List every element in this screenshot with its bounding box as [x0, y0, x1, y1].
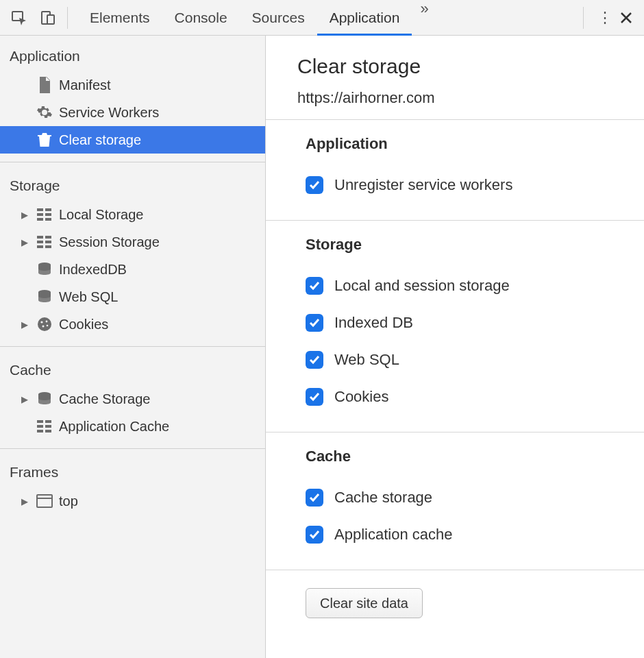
svg-rect-27 [37, 430, 43, 432]
tab-elements[interactable]: Elements [77, 0, 162, 35]
sidebar-item-label: Local Storage [59, 207, 143, 223]
sidebar-item-label: Cache Storage [59, 391, 150, 407]
svg-point-20 [42, 326, 45, 328]
expand-icon[interactable]: ▸ [19, 316, 30, 332]
grid-icon [36, 206, 53, 223]
gear-icon [36, 103, 53, 121]
check-label: Local and session storage [334, 277, 510, 295]
sidebar-item-label: Service Workers [59, 105, 159, 121]
svg-point-19 [46, 321, 48, 323]
svg-point-17 [38, 317, 51, 331]
check-web-sql[interactable]: Web SQL [266, 341, 644, 378]
clear-storage-panel: Clear storage https://airhorner.com Appl… [266, 36, 644, 658]
checkbox-checked-icon[interactable] [306, 176, 323, 194]
sidebar-item-service-workers[interactable]: ▸ Service Workers [0, 99, 265, 126]
toolbar-right: ⋮ [576, 0, 644, 35]
sidebar-group-title: Storage [0, 162, 265, 201]
svg-rect-7 [37, 218, 43, 221]
checkbox-checked-icon[interactable] [306, 489, 323, 507]
sidebar-item-application-cache[interactable]: ▸ Application Cache [0, 413, 265, 440]
section-cache: Cache Cache storage Application cache [266, 432, 644, 570]
check-label: Indexed DB [334, 314, 413, 332]
inspect-element-icon[interactable] [10, 8, 29, 27]
sidebar-group-title: Frames [0, 449, 265, 487]
sidebar-item-label: Manifest [59, 77, 111, 93]
sidebar-item-clear-storage[interactable]: ▸ Clear storage [0, 126, 265, 154]
check-unregister-service-workers[interactable]: Unregister service workers [266, 167, 644, 204]
grid-icon [36, 417, 53, 435]
database-icon [36, 288, 53, 306]
checkbox-checked-icon[interactable] [306, 314, 323, 332]
checkbox-checked-icon[interactable] [306, 526, 323, 544]
checkbox-checked-icon[interactable] [306, 277, 323, 295]
svg-rect-6 [45, 213, 51, 216]
sidebar-item-websql[interactable]: ▸ Web SQL [0, 283, 265, 310]
svg-rect-2 [47, 15, 54, 24]
sidebar-item-local-storage[interactable]: ▸ Local Storage [0, 201, 265, 228]
sidebar-item-label: IndexedDB [59, 262, 127, 278]
section-title: Storage [266, 236, 644, 267]
close-devtools-icon[interactable] [619, 11, 633, 25]
tabs-overflow-icon[interactable]: » [412, 0, 436, 35]
expand-icon[interactable]: ▸ [19, 493, 30, 509]
check-label: Cache storage [334, 489, 432, 507]
svg-rect-10 [45, 236, 51, 239]
sidebar-item-cache-storage[interactable]: ▸ Cache Storage [0, 385, 265, 413]
panel-header: Clear storage https://airhorner.com [266, 36, 644, 120]
svg-rect-29 [37, 495, 52, 507]
toolbar-separator [583, 7, 584, 29]
svg-rect-3 [37, 208, 43, 211]
sidebar-item-frame-top[interactable]: ▸ top [0, 487, 265, 515]
check-label: Web SQL [334, 351, 399, 369]
section-storage: Storage Local and session storage Indexe… [266, 221, 644, 432]
expand-icon[interactable]: ▸ [19, 234, 30, 250]
devtools-tabs: Elements Console Sources Application » [77, 0, 437, 35]
tab-console[interactable]: Console [162, 0, 240, 35]
trash-icon [36, 131, 53, 149]
svg-rect-25 [37, 425, 43, 428]
svg-rect-5 [37, 213, 43, 216]
sidebar-item-session-storage[interactable]: ▸ Session Storage [0, 228, 265, 256]
toolbar-separator [67, 7, 68, 29]
svg-rect-26 [45, 425, 51, 428]
application-sidebar: Application ▸ Manifest ▸ Service Workers… [0, 36, 266, 658]
svg-rect-9 [37, 236, 43, 239]
sidebar-item-label: Web SQL [59, 289, 118, 305]
sidebar-item-cookies[interactable]: ▸ Cookies [0, 310, 265, 338]
svg-point-21 [47, 325, 49, 327]
check-indexed-db[interactable]: Indexed DB [266, 304, 644, 341]
expand-icon[interactable]: ▸ [19, 391, 30, 407]
expand-icon[interactable]: ▸ [19, 206, 30, 223]
sidebar-item-manifest[interactable]: ▸ Manifest [0, 71, 265, 99]
check-cache-storage[interactable]: Cache storage [266, 479, 644, 516]
tab-sources[interactable]: Sources [240, 0, 317, 35]
section-application: Application Unregister service workers [266, 120, 644, 221]
svg-rect-4 [45, 208, 51, 211]
clear-site-data-button[interactable]: Clear site data [306, 588, 423, 618]
frame-icon [36, 492, 53, 510]
check-application-cache[interactable]: Application cache [266, 516, 644, 553]
checkbox-checked-icon[interactable] [306, 351, 323, 369]
section-title: Application [266, 135, 644, 167]
svg-rect-12 [45, 241, 51, 243]
check-label: Application cache [334, 526, 452, 544]
svg-rect-11 [37, 241, 43, 243]
device-toolbar-icon[interactable] [38, 8, 58, 27]
svg-rect-23 [37, 420, 43, 423]
tab-application[interactable]: Application [317, 0, 412, 35]
check-cookies[interactable]: Cookies [266, 378, 644, 415]
sidebar-item-indexeddb[interactable]: ▸ IndexedDB [0, 256, 265, 283]
more-options-icon[interactable]: ⋮ [591, 9, 619, 27]
check-label: Unregister service workers [334, 176, 512, 194]
check-local-session-storage[interactable]: Local and session storage [266, 267, 644, 304]
svg-rect-14 [45, 245, 51, 248]
sidebar-item-label: Session Storage [59, 234, 160, 250]
checkbox-checked-icon[interactable] [306, 388, 323, 406]
file-icon [36, 76, 53, 94]
svg-point-18 [40, 321, 42, 323]
panel-title: Clear storage [297, 55, 644, 78]
database-icon [36, 260, 53, 278]
svg-rect-13 [37, 245, 43, 248]
button-row: Clear site data [266, 570, 644, 636]
grid-icon [36, 233, 53, 251]
